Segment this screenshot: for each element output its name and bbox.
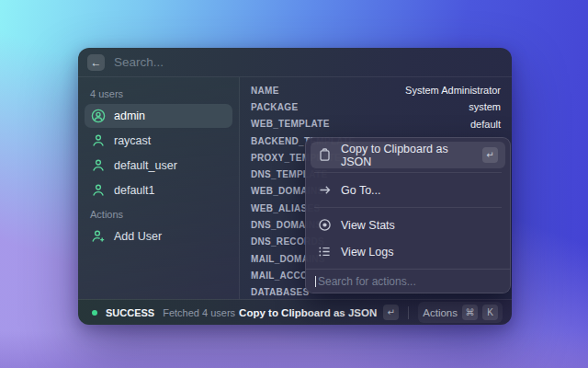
actions-search-field[interactable]: Search for actions... bbox=[306, 269, 510, 293]
actions-button-label: Actions bbox=[423, 307, 458, 318]
detail-key: DATABASES bbox=[251, 287, 309, 297]
command-key-badge: ⌘ bbox=[462, 305, 478, 320]
user-plus-icon bbox=[91, 229, 106, 244]
sidebar-item-label: default_user bbox=[114, 159, 177, 172]
return-key-badge: ↵ bbox=[482, 147, 498, 163]
menu-item-label: Copy to Clipboard as JSON bbox=[341, 143, 464, 168]
search-bar: ← Search... bbox=[78, 48, 512, 77]
status-bar: SUCCESS Fetched 4 users Copy to Clipboar… bbox=[78, 299, 512, 325]
search-input[interactable]: Search... bbox=[114, 55, 164, 69]
sidebar-item-label: default1 bbox=[114, 184, 154, 197]
back-button[interactable]: ← bbox=[87, 54, 105, 71]
back-arrow-icon: ← bbox=[91, 56, 102, 69]
detail-value: default bbox=[470, 119, 501, 130]
sidebar-item-default1[interactable]: default1 bbox=[85, 178, 232, 202]
sidebar-item-default_user[interactable]: default_user bbox=[85, 154, 232, 178]
user-icon bbox=[91, 158, 106, 173]
user-circle-icon bbox=[91, 109, 106, 123]
detail-key: WEB_TEMPLATE bbox=[251, 119, 330, 129]
primary-action-button[interactable]: Copy to Clipboard as JSON bbox=[239, 307, 377, 318]
menu-item-view-logs[interactable]: View Logs bbox=[311, 238, 505, 265]
detail-value: system bbox=[469, 101, 501, 112]
text-caret bbox=[315, 276, 316, 287]
target-icon bbox=[318, 218, 332, 232]
section-label-users: 4 users bbox=[85, 83, 232, 104]
actions-button[interactable]: Actions ⌘ K bbox=[418, 302, 503, 323]
actions-search-placeholder: Search for actions... bbox=[318, 275, 416, 288]
sidebar-item-label: admin bbox=[114, 109, 145, 122]
user-icon bbox=[91, 183, 106, 198]
status-label: SUCCESS bbox=[106, 307, 154, 318]
actions-menu: Copy to Clipboard as JSON ↵ Go To... bbox=[305, 137, 511, 293]
sidebar-item-admin[interactable]: admin bbox=[85, 104, 232, 128]
menu-separator bbox=[314, 172, 502, 173]
detail-key: NAME bbox=[251, 86, 279, 96]
divider bbox=[408, 306, 409, 319]
status-dot-icon bbox=[92, 310, 97, 316]
return-key-badge: ↵ bbox=[383, 305, 399, 320]
arrow-right-icon bbox=[318, 183, 332, 197]
clipboard-icon bbox=[318, 148, 332, 162]
menu-item-copy-json[interactable]: Copy to Clipboard as JSON ↵ bbox=[311, 142, 505, 168]
detail-row: WEB_TEMPLATEdefault bbox=[251, 116, 501, 132]
menu-item-label: View Stats bbox=[341, 219, 395, 232]
k-key-badge: K bbox=[482, 305, 498, 320]
menu-item-view-stats[interactable]: View Stats bbox=[311, 212, 505, 238]
menu-separator bbox=[314, 207, 502, 208]
status-message: Fetched 4 users bbox=[163, 307, 235, 318]
detail-key: PACKAGE bbox=[251, 102, 298, 112]
sidebar-item-label: raycast bbox=[114, 134, 151, 147]
users-sidebar: 4 users admin raycast bbox=[78, 77, 240, 299]
list-icon bbox=[318, 245, 332, 259]
section-label-actions: Actions bbox=[85, 203, 232, 224]
menu-item-go-to[interactable]: Go To... bbox=[311, 177, 505, 203]
user-icon bbox=[91, 133, 106, 148]
detail-value: System Administrator bbox=[405, 85, 501, 96]
sidebar-item-add-user[interactable]: Add User bbox=[85, 224, 232, 248]
menu-item-label: Go To... bbox=[341, 184, 381, 197]
detail-row: PACKAGEsystem bbox=[251, 98, 501, 115]
launcher-window: ← Search... 4 users admin bbox=[78, 48, 512, 325]
detail-row: NAMESystem Administrator bbox=[251, 82, 501, 98]
menu-item-label: View Logs bbox=[341, 246, 393, 259]
sidebar-item-raycast[interactable]: raycast bbox=[85, 129, 232, 153]
sidebar-item-label: Add User bbox=[114, 230, 162, 243]
